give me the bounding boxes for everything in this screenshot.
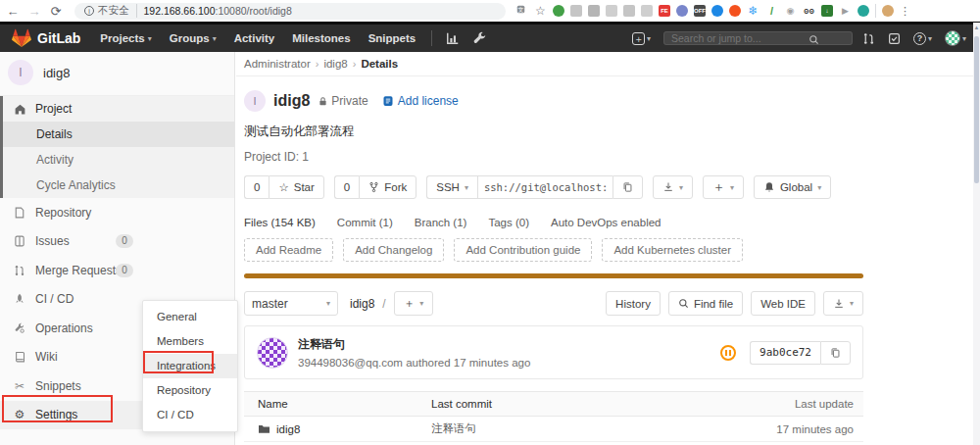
commit-author-email[interactable]: 394498036@qq.com bbox=[298, 357, 403, 369]
project-description: 测试自动化部署流程 bbox=[244, 124, 863, 140]
merge-requests-icon[interactable] bbox=[862, 32, 875, 45]
browser-forward-icon[interactable]: → bbox=[25, 4, 43, 19]
stat-files[interactable]: Files (154 KB) bbox=[244, 217, 316, 228]
download-icon bbox=[662, 181, 674, 193]
stat-autodevops[interactable]: Auto DevOps enabled bbox=[551, 217, 662, 228]
history-button[interactable]: History bbox=[606, 291, 661, 316]
scrollbar-up-icon[interactable]: ▲ bbox=[973, 23, 980, 32]
browser-back-icon[interactable]: ← bbox=[4, 4, 22, 19]
pipeline-status-paused-icon[interactable] bbox=[720, 345, 736, 361]
notification-button[interactable]: Global▾ bbox=[754, 175, 831, 199]
fork-count[interactable]: 0 bbox=[334, 175, 359, 199]
address-bar[interactable]: i 不安全 192.168.66.100:10080/root/idig8 bbox=[74, 3, 506, 20]
commit-message-link[interactable]: 注释语句 bbox=[298, 336, 530, 353]
snowflake-extension[interactable]: ❄ bbox=[747, 5, 760, 18]
copy-sha-button[interactable] bbox=[820, 341, 851, 365]
sidebar-item-details[interactable]: Details bbox=[3, 122, 234, 147]
gray-extension-1[interactable] bbox=[570, 5, 582, 17]
add-readme-button[interactable]: Add Readme bbox=[244, 238, 333, 262]
breadcrumb-project[interactable]: idig8 bbox=[323, 58, 347, 70]
add-file-button[interactable]: ＋▾ bbox=[394, 291, 434, 316]
gray-extension-4[interactable] bbox=[623, 5, 635, 17]
file-name-link[interactable]: idig8 bbox=[276, 423, 300, 435]
copy-url-button[interactable] bbox=[612, 175, 643, 199]
admin-wrench-icon[interactable] bbox=[473, 31, 487, 45]
kebab-menu-icon[interactable]: ⋮ bbox=[900, 5, 910, 18]
operations-icon bbox=[13, 322, 26, 334]
new-dropdown[interactable]: ＋ bbox=[632, 32, 651, 45]
stat-branches[interactable]: Branch (1) bbox=[415, 217, 467, 228]
sidebar-item-cycle-analytics[interactable]: Cycle Analytics bbox=[3, 173, 234, 198]
table-row[interactable]: idig8 注释语句 17 minutes ago bbox=[244, 417, 863, 442]
off-toggle-extension[interactable]: OFF bbox=[694, 5, 706, 17]
green-circle-extension[interactable] bbox=[553, 5, 564, 17]
add-kubernetes-cluster-button[interactable]: Add Kubernetes cluster bbox=[602, 238, 743, 262]
gitlab-logo-icon[interactable] bbox=[12, 28, 31, 48]
green-download-extension[interactable]: ↓ bbox=[821, 5, 833, 17]
download-source-button[interactable]: ▾ bbox=[653, 175, 693, 199]
web-ide-button[interactable]: Web IDE bbox=[751, 291, 815, 316]
commit-author-avatar[interactable] bbox=[257, 337, 288, 369]
nav-snippets[interactable]: Snippets bbox=[368, 32, 416, 44]
user-menu[interactable] bbox=[945, 30, 966, 46]
breadcrumb-administrator[interactable]: Administrator bbox=[244, 58, 311, 70]
add-contribution-guide-button[interactable]: Add Contribution guide bbox=[454, 238, 592, 262]
navbar-links: Projects Groups Activity Milestones Snip… bbox=[100, 32, 416, 44]
play-extension[interactable]: ▶ bbox=[839, 5, 852, 18]
stat-commits[interactable]: Commit (1) bbox=[337, 217, 393, 228]
commit-sha[interactable]: 9ab0ce72 bbox=[750, 341, 820, 365]
purple-circle-extension[interactable] bbox=[676, 5, 688, 17]
license-icon bbox=[382, 95, 394, 107]
security-indicator[interactable]: i 不安全 bbox=[84, 4, 137, 18]
glasses-extension[interactable]: ꙩꙩ bbox=[803, 5, 815, 18]
green-slash-extension[interactable]: / bbox=[765, 5, 778, 18]
gray-extension-2[interactable] bbox=[588, 5, 600, 17]
clone-url-input[interactable] bbox=[477, 175, 612, 199]
add-license-link[interactable]: Add license bbox=[382, 94, 459, 108]
sidebar-item-merge-requests[interactable]: Merge Requests 0 bbox=[0, 256, 234, 285]
sidebar-project-header[interactable]: I idig8 bbox=[0, 52, 234, 96]
teal-refresh-extension[interactable] bbox=[858, 5, 869, 17]
add-changelog-button[interactable]: Add Changelog bbox=[343, 238, 444, 262]
flyout-item-ci-cd[interactable]: CI / CD bbox=[143, 403, 237, 427]
nav-milestones[interactable]: Milestones bbox=[292, 32, 350, 44]
project-avatar: I bbox=[244, 90, 266, 112]
sidebar-item-issues[interactable]: Issues 0 bbox=[0, 227, 234, 257]
shield-extension[interactable]: ◉ bbox=[784, 5, 797, 18]
fe-extension[interactable]: FE bbox=[659, 5, 670, 17]
chart-icon[interactable] bbox=[446, 31, 460, 45]
gitlab-brand-text[interactable]: GitLab bbox=[37, 30, 80, 46]
new-item-button[interactable]: ＋▾ bbox=[703, 175, 744, 199]
help-dropdown[interactable]: ? bbox=[913, 32, 932, 45]
sidebar-item-repository[interactable]: Repository bbox=[0, 198, 234, 227]
flyout-item-general[interactable]: General bbox=[143, 305, 237, 329]
star-button[interactable]: ☆Star bbox=[269, 175, 323, 199]
find-file-button[interactable]: Find file bbox=[668, 291, 743, 316]
bookmark-star-icon[interactable]: ☆ bbox=[534, 5, 547, 18]
flyout-item-repository[interactable]: Repository bbox=[143, 378, 237, 403]
blue-circle-extension[interactable] bbox=[711, 5, 723, 17]
stat-tags[interactable]: Tags (0) bbox=[488, 217, 529, 228]
sidebar-item-activity[interactable]: Activity bbox=[3, 147, 234, 173]
browser-refresh-icon[interactable]: ⟳ bbox=[47, 4, 65, 19]
gray-extension-5[interactable] bbox=[641, 5, 653, 17]
nav-projects[interactable]: Projects bbox=[100, 32, 151, 44]
page-scrollbar[interactable]: ▲ bbox=[973, 23, 980, 445]
file-tree-table: Name Last commit Last update idig8 注释语句 … bbox=[244, 391, 863, 442]
orange-circle-extension[interactable] bbox=[729, 5, 741, 17]
scrollbar-thumb[interactable] bbox=[974, 36, 979, 183]
fork-button[interactable]: Fork bbox=[359, 175, 416, 199]
nav-groups[interactable]: Groups bbox=[170, 32, 217, 44]
file-last-commit-link[interactable]: 注释语句 bbox=[431, 422, 476, 434]
gray-extension-3[interactable] bbox=[606, 5, 617, 17]
star-count[interactable]: 0 bbox=[244, 175, 269, 199]
sidebar-item-project[interactable]: Project bbox=[3, 96, 234, 122]
ssh-protocol-dropdown[interactable]: SSH▾ bbox=[426, 175, 477, 199]
path-root[interactable]: idig8 bbox=[350, 297, 374, 311]
translate-icon[interactable]: 文 bbox=[515, 5, 528, 18]
branch-selector[interactable]: master▾ bbox=[244, 291, 338, 316]
profile-avatar[interactable] bbox=[882, 5, 894, 17]
todos-icon[interactable] bbox=[888, 32, 901, 45]
nav-activity[interactable]: Activity bbox=[234, 32, 275, 44]
download-button[interactable]: ▾ bbox=[823, 291, 863, 316]
